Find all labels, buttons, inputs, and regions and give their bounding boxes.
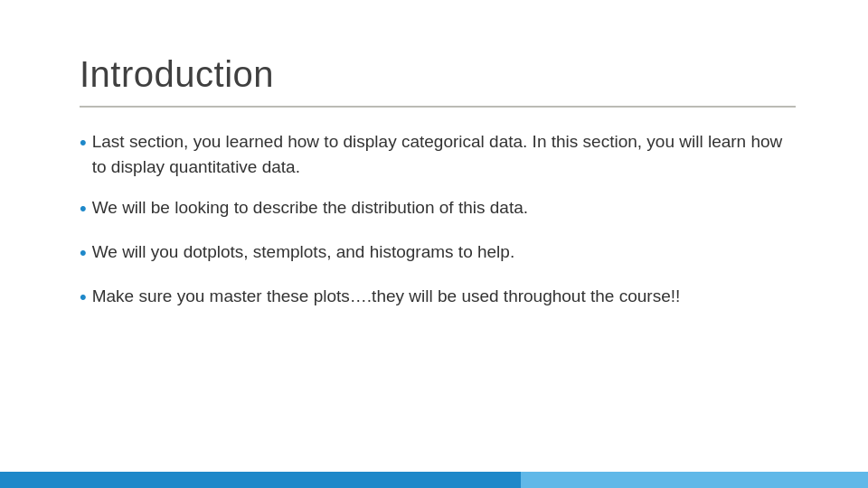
slide-container: Introduction • Last section, you learned… <box>0 0 868 488</box>
slide-title: Introduction <box>80 54 796 95</box>
list-item: • We will be looking to describe the dis… <box>80 195 796 223</box>
bullet-text-1: Last section, you learned how to display… <box>92 129 796 179</box>
bullet-dot-1: • <box>80 128 87 157</box>
bullet-list: • Last section, you learned how to displ… <box>80 129 796 312</box>
bullet-dot-4: • <box>80 283 87 312</box>
list-item: • We will you dotplots, stemplots, and h… <box>80 239 796 267</box>
list-item: • Last section, you learned how to displ… <box>80 129 796 179</box>
bullet-text-4: Make sure you master these plots….they w… <box>92 284 796 309</box>
content-area: Introduction • Last section, you learned… <box>0 0 868 488</box>
bullet-dot-3: • <box>80 239 87 267</box>
bottom-bar <box>0 472 868 488</box>
bullet-text-3: We will you dotplots, stemplots, and his… <box>92 239 796 265</box>
bullet-text-2: We will be looking to describe the distr… <box>92 195 796 221</box>
list-item: • Make sure you master these plots….they… <box>80 284 796 312</box>
bullet-dot-2: • <box>80 194 87 223</box>
title-divider <box>80 106 796 108</box>
